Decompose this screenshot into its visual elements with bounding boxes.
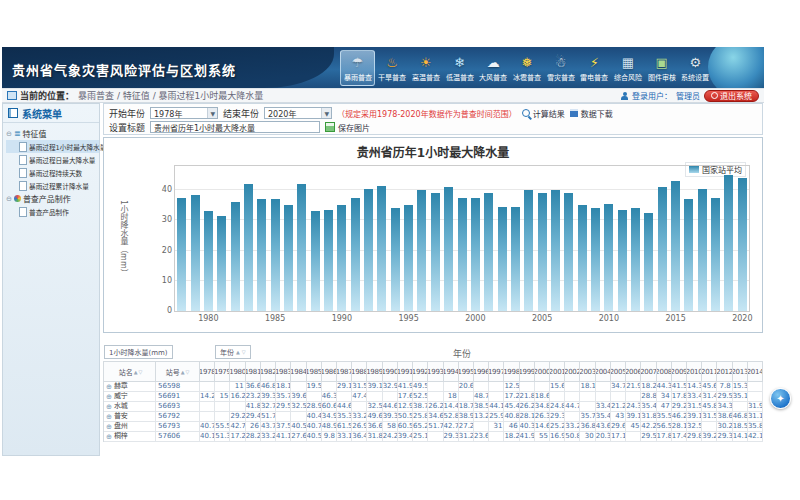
value-cell	[200, 412, 215, 422]
value-cell: 40.7	[200, 422, 215, 432]
year-column-header[interactable]: 2006	[626, 362, 641, 382]
year-column-header[interactable]: 2013	[733, 362, 748, 382]
year-column-header[interactable]: 1982	[261, 362, 276, 382]
expand-row-icon[interactable]: ⊕	[106, 403, 112, 411]
value-cell: 34.9	[322, 412, 337, 422]
year-column-header[interactable]: 1997	[489, 362, 504, 382]
end-year-select[interactable]: 2020年▼	[264, 107, 332, 119]
value-type-selector[interactable]: 1小时降水量(mm)	[104, 345, 173, 359]
year-column-header[interactable]: 1991	[398, 362, 413, 382]
nav-item[interactable]: ▦综合风险	[612, 50, 645, 86]
value-cell: 35.5	[657, 412, 672, 422]
year-column-header[interactable]: 2001	[550, 362, 565, 382]
value-cell: 29.2	[230, 412, 245, 422]
sort-station-name[interactable]: 站名▲▽	[104, 362, 156, 382]
year-column-header[interactable]: 1986	[322, 362, 337, 382]
year-column-header[interactable]: 2012	[717, 362, 732, 382]
year-column-header[interactable]: 1989	[367, 362, 382, 382]
nav-item[interactable]: ☂暴雨普查	[340, 50, 375, 86]
image-icon	[325, 122, 335, 132]
expand-row-icon[interactable]: ⊕	[106, 393, 112, 401]
year-column-header[interactable]: 2011	[702, 362, 717, 382]
year-column-header[interactable]: 2000	[535, 362, 550, 382]
sidebar-item[interactable]: 普查产品制作	[6, 205, 99, 218]
year-column-header[interactable]: 1985	[307, 362, 322, 382]
sort-station-id[interactable]: 站号▲▽	[156, 362, 200, 382]
floating-widget-icon[interactable]: ✦	[770, 388, 791, 409]
year-column-header[interactable]: 1994	[444, 362, 459, 382]
nav-item[interactable]: ❄低温普查	[443, 50, 476, 86]
year-column-header[interactable]: 1990	[383, 362, 398, 382]
data-download-button[interactable]: 数据下载	[570, 108, 613, 119]
bar	[578, 205, 587, 311]
nav-item[interactable]: ☁大风普查	[477, 50, 510, 86]
year-column-header[interactable]: 1996	[474, 362, 489, 382]
year-column-header[interactable]: 1979	[215, 362, 230, 382]
chart-title-input[interactable]	[150, 121, 320, 133]
year-column-header[interactable]: 2008	[657, 362, 672, 382]
expand-row-icon[interactable]: ⊕	[106, 383, 112, 391]
value-cell: 31.8	[367, 432, 382, 442]
y-axis-label: 1小时降水量（mm）	[118, 200, 129, 277]
bar	[377, 186, 386, 311]
nav-item[interactable]: ⚡雷电普查	[578, 50, 611, 86]
year-column-header[interactable]: 1984	[291, 362, 306, 382]
year-column-header[interactable]: 1992	[413, 362, 428, 382]
value-cell: 34.8	[535, 402, 550, 412]
expand-row-icon[interactable]: ⊕	[106, 423, 112, 431]
value-cell: 26.2	[520, 402, 535, 412]
value-cell: 56.5	[657, 422, 672, 432]
year-column-header[interactable]: 1980	[230, 362, 245, 382]
header-nav: ☂暴雨普查♨干旱普查☀高温普查❄低温普查☁大风普查❅冰雹普查☃雪灾普查⚡雷电普查…	[340, 50, 712, 86]
save-image-button[interactable]: 保存图片	[325, 122, 370, 133]
year-column-header[interactable]: 2007	[641, 362, 656, 382]
collapse-toggle-icon[interactable]: ⊖	[6, 130, 12, 138]
calc-result-button[interactable]: 计算结果	[522, 108, 565, 119]
year-column-header[interactable]: 1995	[459, 362, 474, 382]
value-cell: 28.1	[672, 422, 687, 432]
nav-item[interactable]: ♨干旱普查	[376, 50, 409, 86]
sidebar-item[interactable]: 暴雨过程累计降水量	[6, 179, 99, 192]
value-cell: 47.4	[352, 392, 367, 402]
year-column-header[interactable]: 1999	[520, 362, 535, 382]
nav-item[interactable]: ☀高温普查	[409, 50, 442, 86]
year-column-header[interactable]: 2010	[687, 362, 702, 382]
value-cell	[626, 392, 641, 402]
rainstorm-icon: ☂	[352, 54, 364, 71]
x-tick-label: 1995	[395, 314, 423, 323]
expand-row-icon[interactable]: ⊕	[106, 433, 112, 441]
nav-item[interactable]: ☃雪灾普查	[544, 50, 577, 86]
year-group-header[interactable]: 年份▲▽	[215, 345, 251, 359]
year-column-header[interactable]: 2009	[672, 362, 687, 382]
year-column-header[interactable]: 1983	[276, 362, 291, 382]
value-cell: 44.7	[565, 402, 580, 412]
nav-item[interactable]: ❅冰雹普查	[510, 50, 543, 86]
nav-item[interactable]: ▣图件审核	[645, 50, 678, 86]
sidebar-item[interactable]: 暴雨过程日最大降水量	[6, 153, 99, 166]
sidebar-item[interactable]: 暴雨过程1小时最大降水量	[6, 140, 99, 153]
value-cell: 21.8	[520, 392, 535, 402]
sidebar-group[interactable]: ⊖普查产品制作	[6, 192, 99, 205]
year-column-header[interactable]: 2004	[596, 362, 611, 382]
logout-button[interactable]: 退出系统	[704, 90, 759, 102]
year-column-header[interactable]: 2014	[748, 362, 763, 382]
value-cell: 46.8	[733, 412, 748, 422]
year-column-header[interactable]: 1993	[428, 362, 443, 382]
sidebar-item[interactable]: 暴雨过程持续天数	[6, 166, 99, 179]
start-year-select[interactable]: 1978年▼	[150, 107, 218, 119]
year-column-header[interactable]: 2002	[565, 362, 580, 382]
year-column-header[interactable]: 1987	[337, 362, 352, 382]
x-tick-label: 2000	[461, 314, 489, 323]
collapse-toggle-icon[interactable]: ⊖	[6, 195, 12, 203]
settings-icon: ⚙	[690, 54, 702, 71]
sidebar-group[interactable]: ⊖≣特征值	[6, 127, 99, 140]
year-column-header[interactable]: 2003	[580, 362, 595, 382]
year-column-header[interactable]: 2005	[611, 362, 626, 382]
nav-item[interactable]: ⚙系统设置	[679, 50, 712, 86]
year-column-header[interactable]: 1998	[504, 362, 519, 382]
expand-row-icon[interactable]: ⊕	[106, 413, 112, 421]
year-column-header[interactable]: 1978	[200, 362, 215, 382]
year-column-header[interactable]: 1988	[352, 362, 367, 382]
year-column-header[interactable]: 1981	[246, 362, 261, 382]
value-cell: 41.1	[276, 432, 291, 442]
